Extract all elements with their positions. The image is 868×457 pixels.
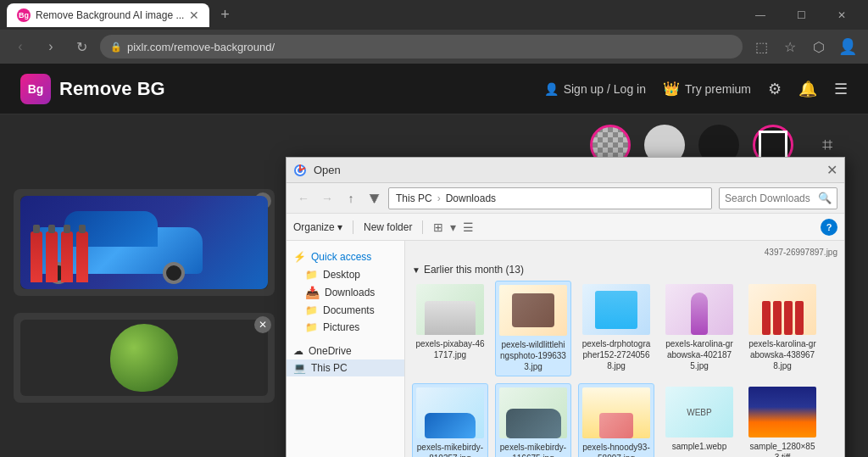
logo-icon: Bg bbox=[20, 74, 51, 104]
sidebar-downloads[interactable]: 📥 Downloads bbox=[287, 283, 404, 302]
user-icon: 👤 bbox=[544, 82, 559, 96]
search-bar[interactable]: 🔍 bbox=[719, 187, 837, 209]
organize-button[interactable]: Organize ▾ bbox=[293, 221, 342, 233]
header-actions: 👤 Sign up / Log in 👑 Try premium ⚙ 🔔 ☰ bbox=[544, 80, 848, 98]
browser-controls: ‹ › ↻ 🔒 pixlr.com/remove-background/ ⬚ ☆… bbox=[0, 30, 868, 64]
address-bar[interactable]: 🔒 pixlr.com/remove-background/ bbox=[100, 35, 743, 59]
file-thumbnail bbox=[748, 284, 816, 335]
star-button[interactable]: ☆ bbox=[778, 35, 802, 59]
file-name: sample1.webp bbox=[672, 441, 726, 452]
profile-button[interactable]: 👤 bbox=[836, 35, 860, 59]
documents-folder-icon: 📁 bbox=[305, 304, 318, 316]
app-name: Remove BG bbox=[59, 78, 165, 100]
refresh-button[interactable]: ↻ bbox=[70, 35, 93, 59]
breadcrumb-bar: This PC › Downloads bbox=[388, 187, 712, 209]
signup-button[interactable]: 👤 Sign up / Log in bbox=[544, 82, 646, 96]
breadcrumb-folder[interactable]: Downloads bbox=[446, 192, 496, 204]
toolbar-divider bbox=[353, 220, 353, 234]
dialog-recent-button[interactable]: ⯆ bbox=[364, 188, 385, 209]
file-item-sample-tiff[interactable]: sample_1280×853.tiff bbox=[744, 383, 821, 457]
apple-image-area bbox=[20, 320, 268, 396]
search-icon: 🔍 bbox=[818, 192, 832, 204]
desktop-folder-icon: 📁 bbox=[305, 269, 318, 281]
file-item-wildlittle[interactable]: pexels-wildlittlehingsphoto-1996333.jpg bbox=[495, 281, 571, 376]
quick-access-icon: ⚡ bbox=[293, 251, 306, 263]
apple-image bbox=[110, 324, 178, 392]
view-options-button[interactable]: ▾ bbox=[450, 220, 456, 234]
dialog-body: ⚡ Quick access 📁 Desktop 📥 Downloads 📁 D… bbox=[287, 241, 844, 457]
help-button[interactable]: ? bbox=[821, 219, 837, 236]
car-image-card: ✕ bbox=[14, 189, 275, 296]
file-thumbnail bbox=[582, 387, 650, 438]
file-thumbnail bbox=[499, 285, 567, 336]
crown-icon: 👑 bbox=[663, 81, 680, 97]
remove-apple-button[interactable]: ✕ bbox=[254, 316, 271, 333]
file-name: pexels-karolina-grabowska-4021875.jpg bbox=[665, 338, 734, 371]
forward-button[interactable]: › bbox=[39, 35, 63, 59]
file-item-drphoto[interactable]: pexels-drphotographer152-27240568.jpg bbox=[578, 281, 654, 376]
tab-favicon: Bg bbox=[17, 8, 31, 22]
sidebar-desktop[interactable]: 📁 Desktop bbox=[287, 266, 404, 283]
file-item-horse[interactable]: pexels-pixabay-461717.jpg bbox=[412, 281, 488, 376]
sidebar-pictures[interactable]: 📁 Pictures bbox=[287, 319, 404, 336]
file-name: pexels-mikebirdy-810357.jpg bbox=[416, 442, 484, 457]
sidebar-onedrive[interactable]: ☁ OneDrive bbox=[287, 343, 404, 359]
browser-window: Bg Remove Background AI image ... ✕ + — … bbox=[0, 0, 868, 64]
partial-filename: 4397-26997897.jpg bbox=[765, 248, 837, 257]
premium-button[interactable]: 👑 Try premium bbox=[663, 81, 751, 97]
app-header: Bg Remove BG 👤 Sign up / Log in 👑 Try pr… bbox=[0, 64, 868, 114]
new-tab-button[interactable]: + bbox=[213, 3, 236, 27]
address-text: pixlr.com/remove-background/ bbox=[127, 41, 275, 53]
dialog-back-button[interactable]: ← bbox=[293, 188, 314, 209]
menu-button[interactable]: ☰ bbox=[834, 80, 848, 98]
new-folder-button[interactable]: New folder bbox=[364, 221, 412, 233]
tab-bar: Bg Remove Background AI image ... ✕ + — … bbox=[0, 0, 868, 30]
extension-button[interactable]: ⬚ bbox=[749, 35, 773, 59]
dialog-titlebar: Open ✕ bbox=[287, 158, 844, 183]
left-panel: ✕ bbox=[0, 176, 288, 457]
collapse-icon: ▼ bbox=[412, 265, 420, 275]
file-name: sample_1280×853.tiff bbox=[748, 441, 817, 457]
breadcrumb-pc[interactable]: This PC bbox=[396, 192, 432, 204]
file-item-sample1[interactable]: WEBP sample1.webp bbox=[661, 383, 737, 457]
file-item-karolina2[interactable]: pexels-karolina-grabowska-4389678.jpg bbox=[744, 281, 821, 376]
view-details-button[interactable]: ☰ bbox=[463, 220, 474, 234]
dialog-title: Open bbox=[314, 164, 826, 176]
breadcrumb-sep: › bbox=[437, 192, 441, 204]
file-name: pexels-hnoody93-58997.jpg bbox=[582, 442, 650, 457]
file-thumbnail bbox=[416, 387, 484, 438]
file-thumbnail bbox=[416, 284, 484, 335]
earlier-section-header[interactable]: ▼ Earlier this month (13) bbox=[412, 260, 837, 281]
extensions-button[interactable]: ⬡ bbox=[807, 35, 831, 59]
file-thumbnail bbox=[748, 387, 816, 437]
tab-close-button[interactable]: ✕ bbox=[189, 8, 199, 22]
dialog-content: 4397-26997897.jpg ▼ Earlier this month (… bbox=[405, 241, 844, 457]
file-thumbnail: WEBP bbox=[665, 387, 733, 437]
car-image-area bbox=[20, 196, 268, 289]
quick-access-section[interactable]: ⚡ Quick access bbox=[287, 248, 404, 266]
minimize-button[interactable]: — bbox=[741, 3, 780, 28]
browser-actions: ⬚ ☆ ⬡ 👤 bbox=[749, 35, 860, 59]
view-large-icons-button[interactable]: ⊞ bbox=[433, 220, 443, 234]
sidebar-thispc[interactable]: 💻 This PC bbox=[287, 359, 404, 376]
notifications-button[interactable]: 🔔 bbox=[798, 80, 817, 98]
search-input[interactable] bbox=[725, 192, 818, 204]
file-item-mikebirdy1[interactable]: pexels-mikebirdy-810357.jpg bbox=[412, 383, 488, 457]
file-name: pexels-pixabay-461717.jpg bbox=[415, 338, 485, 360]
close-button[interactable]: ✕ bbox=[822, 3, 861, 28]
toolbar-divider2 bbox=[422, 220, 423, 234]
active-tab[interactable]: Bg Remove Background AI image ... ✕ bbox=[7, 3, 209, 27]
dialog-up-button[interactable]: ↑ bbox=[341, 188, 361, 209]
dialog-close-button[interactable]: ✕ bbox=[826, 162, 837, 178]
sidebar-documents[interactable]: 📁 Documents bbox=[287, 302, 404, 319]
file-item-karolina1[interactable]: pexels-karolina-grabowska-4021875.jpg bbox=[661, 281, 737, 376]
back-button[interactable]: ‹ bbox=[8, 35, 32, 59]
dialog-forward-button[interactable]: → bbox=[317, 188, 337, 209]
dialog-nav: ← → ↑ ⯆ This PC › Downloads 🔍 bbox=[287, 183, 844, 214]
lock-icon: 🔒 bbox=[110, 42, 122, 53]
file-open-dialog: Open ✕ ← → ↑ ⯆ This PC › Downloads 🔍 Org… bbox=[286, 157, 845, 457]
settings-button[interactable]: ⚙ bbox=[768, 80, 782, 98]
maximize-button[interactable]: ☐ bbox=[782, 3, 821, 28]
file-item-mikebirdy2[interactable]: pexels-mikebirdy-116675.jpg bbox=[495, 383, 571, 457]
file-item-hnoody[interactable]: pexels-hnoody93-58997.jpg bbox=[578, 383, 654, 457]
